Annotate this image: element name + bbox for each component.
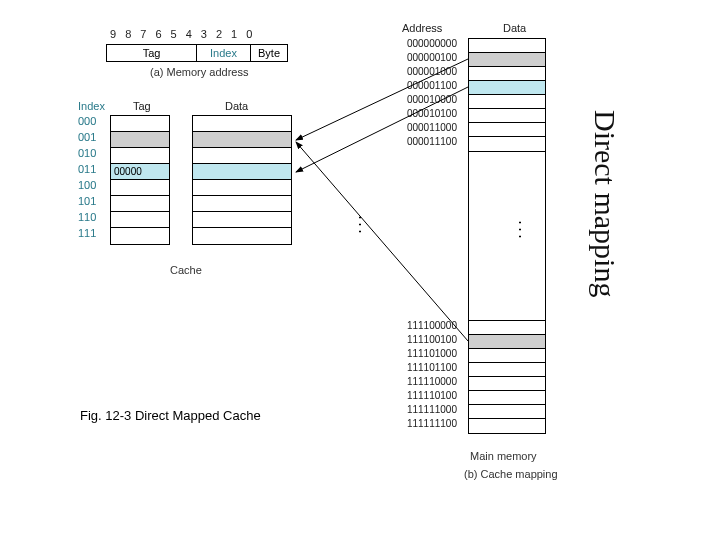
bit-4: 4 [186,28,192,40]
maddr-b2: 111101000 [385,348,457,362]
cache-hdr-data: Data [225,100,248,112]
caption-a: (a) Memory address [150,66,248,78]
maddr-t4: 000010000 [385,94,457,108]
maddr-t6: 000011000 [385,122,457,136]
memory-address-box: Tag Index Byte [106,44,288,62]
figure-caption: Fig. 12-3 Direct Mapped Cache [80,408,261,423]
cache-tag-col: 00000 [110,115,170,245]
maddr-t2: 000001000 [385,66,457,80]
bit-2: 2 [216,28,222,40]
main-memory-label: Main memory [470,450,537,462]
maddr-b5: 111110100 [385,390,457,404]
seg-byte: Byte [251,45,287,61]
mem-top-data [468,38,546,152]
cache-hdr-tag: Tag [133,100,151,112]
arrow-mem-bot-grey-to-cache [296,142,468,341]
idx-001: 001 [78,131,96,147]
bit-9: 9 [110,28,116,40]
maddr-t7: 000011100 [385,136,457,150]
mem-connector [468,150,546,320]
idx-111: 111 [78,227,96,243]
idx-110: 110 [78,211,96,227]
bit-number-row: 9 8 7 6 5 4 3 2 1 0 [110,28,252,40]
mem-hdr-address: Address [402,22,442,34]
bit-0: 0 [246,28,252,40]
tag-3: 00000 [111,166,142,177]
ellipsis-1-icon: ··· [350,215,371,236]
mem-hdr-data: Data [503,22,526,34]
bit-8: 8 [125,28,131,40]
maddr-t3: 000001100 [385,80,457,94]
idx-000: 000 [78,115,96,131]
mem-bot-data [468,320,546,434]
cache-data-col [192,115,292,245]
idx-101: 101 [78,195,96,211]
maddr-b7: 111111100 [385,418,457,432]
bit-7: 7 [140,28,146,40]
maddr-b4: 111110000 [385,376,457,390]
cache-index-col: 000 001 010 011 100 101 110 111 [78,115,96,243]
bit-5: 5 [171,28,177,40]
maddr-t0: 000000000 [385,38,457,52]
caption-b: (b) Cache mapping [464,468,558,480]
bit-6: 6 [155,28,161,40]
idx-011: 011 [78,163,96,179]
cache-label: Cache [170,264,202,276]
mem-bot-addr-col: 111100000 111100100 111101000 111101100 … [385,320,457,432]
mem-top-addr-col: 000000000 000000100 000001000 000001100 … [385,38,457,150]
idx-010: 010 [78,147,96,163]
seg-index: Index [197,45,251,61]
bit-1: 1 [231,28,237,40]
seg-tag: Tag [107,45,197,61]
maddr-b6: 111111000 [385,404,457,418]
maddr-b3: 111101100 [385,362,457,376]
bit-3: 3 [201,28,207,40]
idx-100: 100 [78,179,96,195]
maddr-t1: 000000100 [385,52,457,66]
maddr-b0: 111100000 [385,320,457,334]
cache-hdr-index: Index [78,100,105,112]
maddr-b1: 111100100 [385,334,457,348]
title-vertical: Direct mapping [588,110,622,297]
maddr-t5: 000010100 [385,108,457,122]
